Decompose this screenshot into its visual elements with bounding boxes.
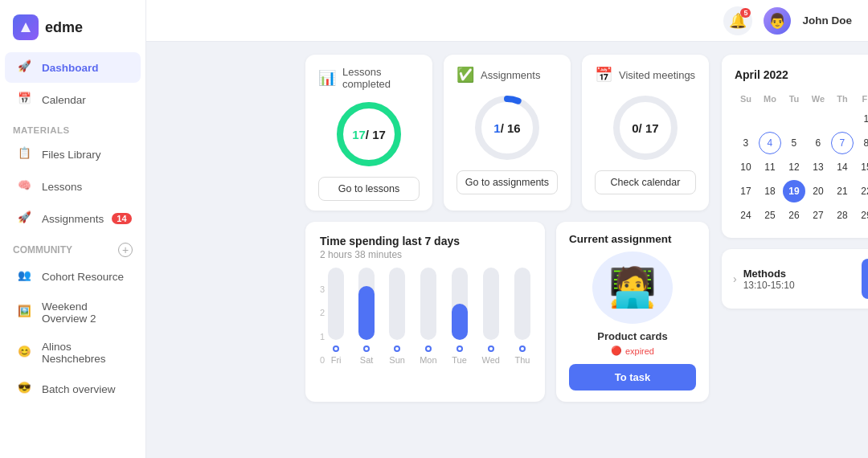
bar-track-mon <box>420 268 436 340</box>
cohort-icon: 👥 <box>18 268 34 284</box>
current-assignment-card: Current assignment 🧑‍💻 Product cards 🔴 e… <box>556 222 709 402</box>
cal-day-7[interactable]: 7 <box>831 132 854 154</box>
calendar-month: April 2022 <box>735 68 788 81</box>
nav-files-library[interactable]: 📋 Files Library <box>5 139 141 170</box>
weekend-icon: 🖼️ <box>18 305 34 321</box>
dashboard-icon: 🚀 <box>18 59 34 76</box>
methods-chevron-icon: › <box>733 272 737 285</box>
cal-day-8[interactable]: 8 <box>855 132 868 154</box>
nav-calendar[interactable]: 📅 Calendar <box>5 84 141 115</box>
add-community-button[interactable]: + <box>118 243 133 257</box>
chart-subtitle: 2 hours 38 minutes <box>320 249 530 260</box>
check-calendar-button[interactable]: Check calendar <box>595 170 696 194</box>
chart-y-labels: 3 2 1 0 <box>320 284 325 365</box>
bar-wed: Wed <box>482 268 500 365</box>
cal-day-19[interactable]: 19 <box>783 180 805 202</box>
go-to-assignments-button[interactable]: Go to assignments <box>457 170 558 194</box>
nav-lessons[interactable]: 🧠 Lessons <box>5 171 141 202</box>
to-task-button[interactable]: To task <box>569 364 696 391</box>
cal-day-18[interactable]: 18 <box>759 180 781 202</box>
go-to-lessons-button[interactable]: Go to lessons <box>318 177 420 201</box>
lessons-donut: 17/ 17 <box>333 98 405 170</box>
cal-day-22[interactable]: 22 <box>855 180 868 202</box>
assignments-donut-label: 1/ 16 <box>493 121 520 135</box>
calendar-grid: Su Mo Tu We Th Fr Sa 1 2 3 4 5 6 <box>735 92 868 227</box>
assignment-card-title: Current assignment <box>569 233 672 245</box>
bottom-row: Time spending last 7 days 2 hours 38 min… <box>305 222 709 402</box>
cal-day-27[interactable]: 27 <box>807 204 829 227</box>
notif-count: 5 <box>740 8 751 18</box>
bar-label-mon: Mon <box>420 355 436 365</box>
cal-day-3[interactable]: 3 <box>735 132 757 154</box>
nav-alinos-label: Alinos Neshchebres <box>42 341 128 365</box>
cal-day-1[interactable]: 1 <box>855 108 868 130</box>
bar-track-sat <box>358 268 375 340</box>
cal-day-6[interactable]: 6 <box>807 132 829 154</box>
nav-lessons-label: Lessons <box>42 181 82 193</box>
expired-icon: 🔴 <box>611 346 622 356</box>
assignments-card: ✅ Assignments 1/ 16 Go to assignments <box>444 55 571 211</box>
cal-day-25[interactable]: 25 <box>759 204 781 227</box>
bar-label-sat: Sat <box>360 355 374 365</box>
cal-day-5[interactable]: 5 <box>783 132 805 154</box>
cal-day-empty <box>783 108 805 130</box>
cal-day-4[interactable]: 4 <box>759 132 781 154</box>
bar-track-sun <box>389 268 405 340</box>
topbar: 🔔 5 👨 John Doe <box>146 0 868 42</box>
cal-day-24[interactable]: 24 <box>735 204 757 227</box>
chart-bars: Fri Sat <box>328 268 530 365</box>
cal-day-14[interactable]: 14 <box>831 156 854 178</box>
assignments-card-title: Assignments <box>481 69 540 81</box>
assignments-icon: 🚀 <box>18 211 34 227</box>
center-panel: 📊 Lessons completed 17/ 17 Go to lessons <box>305 55 709 445</box>
nav-dashboard-label: Dashboard <box>42 62 99 74</box>
cal-day-13[interactable]: 13 <box>807 156 829 178</box>
bar-dot-sat <box>363 346 370 352</box>
bar-label-fri: Fri <box>331 355 342 365</box>
bar-label-tue: Tue <box>452 355 467 365</box>
bar-label-thu: Thu <box>514 355 530 365</box>
meetings-donut: 0/ 17 <box>609 92 682 164</box>
cal-day-29[interactable]: 29 <box>855 204 868 227</box>
assignment-illustration: 🧑‍💻 <box>592 251 673 324</box>
stat-cards-row: 📊 Lessons completed 17/ 17 Go to lessons <box>305 55 709 211</box>
expired-badge: 🔴 expired <box>611 346 654 356</box>
cal-day-10[interactable]: 10 <box>735 156 757 178</box>
time-chart-card: Time spending last 7 days 2 hours 38 min… <box>305 222 545 402</box>
nav-batch-overview[interactable]: 😎 Batch overview <box>5 374 141 404</box>
assignments-badge: 14 <box>112 213 131 224</box>
bar-label-wed: Wed <box>482 355 500 365</box>
join-button[interactable]: 📹 JOIN <box>862 259 868 299</box>
bar-fill-tue <box>452 304 468 340</box>
notifications-button[interactable]: 🔔 5 <box>723 6 752 35</box>
cal-day-15[interactable]: 15 <box>855 156 868 178</box>
bar-label-sun: Sun <box>389 355 405 365</box>
cal-day-11[interactable]: 11 <box>759 156 781 178</box>
lessons-icon: 🧠 <box>18 178 34 194</box>
cal-header-tu: Tu <box>783 92 805 106</box>
cal-day-20[interactable]: 20 <box>807 180 829 202</box>
cal-day-21[interactable]: 21 <box>831 180 854 202</box>
nav-assignments-label: Assignments <box>42 213 104 225</box>
nav-weekend-label: Weekend Overview 2 <box>42 301 128 325</box>
cal-header-th: Th <box>831 92 854 106</box>
methods-row: › Methods 13:10-15:10 📹 JOIN <box>722 249 868 309</box>
cal-day-26[interactable]: 26 <box>783 204 805 227</box>
cal-day-17[interactable]: 17 <box>735 180 757 202</box>
right-panel: April 2022 ‹ › Su Mo Tu We Th Fr Sa <box>722 55 868 445</box>
bar-tue: Tue <box>452 268 468 365</box>
cal-day-28[interactable]: 28 <box>831 204 854 227</box>
assignment-name: Product cards <box>597 330 667 342</box>
bar-fri: Fri <box>328 268 344 365</box>
batch-icon: 😎 <box>18 381 34 397</box>
cal-day-empty <box>807 108 829 130</box>
nav-alinos[interactable]: 😊 Alinos Neshchebres <box>5 333 141 372</box>
nav-assignments[interactable]: 🚀 Assignments 14 <box>5 203 141 234</box>
bar-track-wed <box>483 268 499 340</box>
cal-header-we: We <box>807 92 829 106</box>
cal-header-su: Su <box>735 92 757 106</box>
nav-weekend-overview[interactable]: 🖼️ Weekend Overview 2 <box>5 293 141 332</box>
nav-cohort-resource[interactable]: 👥 Cohort Resource <box>5 261 141 292</box>
cal-day-12[interactable]: 12 <box>783 156 805 178</box>
nav-dashboard[interactable]: 🚀 Dashboard <box>5 52 141 83</box>
